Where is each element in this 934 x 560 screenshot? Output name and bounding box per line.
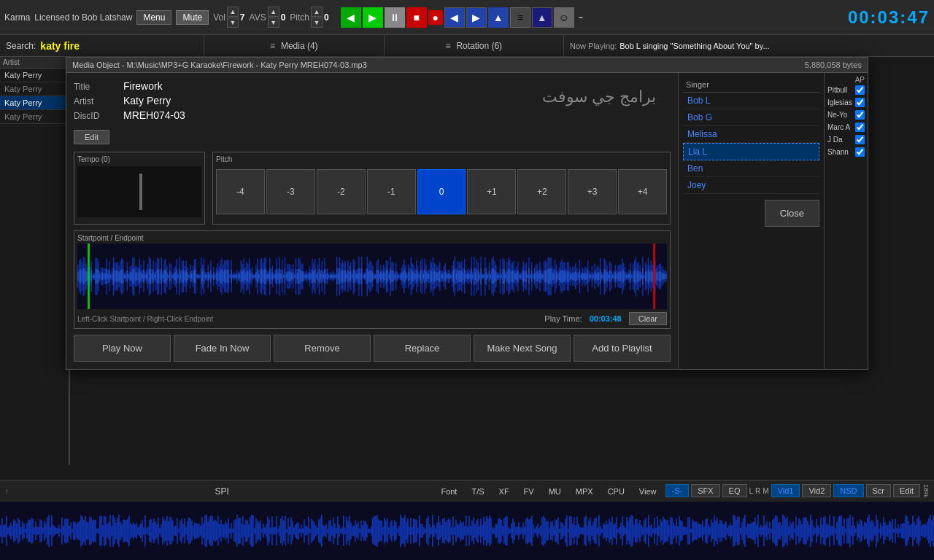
svg-rect-206 — [217, 271, 218, 282]
svg-rect-1026 — [236, 515, 238, 548]
rewind-button[interactable]: ◀ — [341, 7, 361, 28]
tempo-slider[interactable] — [77, 166, 201, 217]
pause-button[interactable]: ⏸ — [385, 7, 405, 28]
track-item-3[interactable]: Katy Perry — [0, 96, 69, 110]
svg-rect-1500 — [928, 518, 930, 544]
play-now-button[interactable]: Play Now — [74, 335, 171, 362]
vid2-button[interactable]: Vid2 — [802, 484, 831, 497]
search-value[interactable]: katy fire — [40, 40, 80, 52]
edit-button[interactable]: Edit — [74, 130, 109, 144]
make-next-song-button[interactable]: Make Next Song — [474, 335, 571, 362]
singer-ben[interactable]: Ben — [683, 160, 819, 177]
cpu-button[interactable]: CPU — [602, 486, 630, 497]
play-button[interactable]: ▶ — [363, 7, 383, 28]
pitch-down[interactable]: ▼ — [311, 18, 323, 28]
replace-button[interactable]: Replace — [374, 335, 471, 362]
track-item-2[interactable]: Katy Perry — [0, 82, 69, 96]
mu-button[interactable]: MU — [543, 486, 567, 497]
pitch-btn-m1[interactable]: -1 — [367, 169, 416, 214]
add-to-playlist-button[interactable]: Add to Playlist — [574, 335, 671, 362]
avs-down[interactable]: ▼ — [268, 18, 279, 28]
svg-rect-1353 — [714, 515, 715, 546]
svg-rect-1292 — [625, 527, 626, 534]
singer-checkbox-shann[interactable] — [855, 147, 865, 157]
svg-rect-532 — [441, 274, 441, 279]
licensed-text: Licensed to Bob Latshaw — [34, 12, 132, 23]
clear-button[interactable]: Clear — [629, 312, 667, 325]
pitch-btn-p1[interactable]: +1 — [467, 169, 516, 214]
pitch-btn-m2[interactable]: -2 — [317, 169, 366, 214]
svg-rect-1063 — [290, 517, 292, 544]
font-button[interactable]: Font — [435, 486, 463, 497]
svg-rect-710 — [563, 271, 563, 282]
track-item-4[interactable]: Katy Perry — [0, 110, 69, 124]
singer-checkbox-marca[interactable] — [855, 122, 865, 132]
pitch-btn-m3[interactable]: -3 — [266, 169, 315, 214]
view-button[interactable]: View — [633, 486, 663, 497]
rotation-hamburger[interactable]: ≡ — [445, 41, 450, 51]
svg-rect-1141 — [404, 515, 406, 547]
avs-up[interactable]: ▲ — [268, 7, 279, 17]
svg-rect-394 — [346, 274, 347, 278]
singer-bob-g[interactable]: Bob G — [683, 109, 819, 126]
fv-button[interactable]: FV — [518, 486, 540, 497]
svg-rect-1152 — [420, 524, 422, 538]
minus-s-button[interactable]: -S- — [665, 484, 690, 497]
waveform-canvas[interactable]: (function(){ var svg = document.getEleme… — [77, 244, 667, 309]
nav-left[interactable]: ◀ — [444, 7, 465, 28]
svg-rect-1327 — [676, 518, 677, 542]
pitch-arrows[interactable]: ▲ ▼ — [311, 7, 323, 28]
pitch-btn-m4[interactable]: -4 — [216, 169, 265, 214]
svg-rect-898 — [50, 526, 51, 534]
pitch-btn-p4[interactable]: +4 — [618, 169, 667, 214]
triangle-btn[interactable]: ▲ — [532, 7, 552, 28]
list-icon[interactable]: ≡ — [510, 7, 530, 28]
stop-button[interactable]: ■ — [406, 7, 427, 28]
singer-bob-l[interactable]: Bob L — [683, 93, 819, 109]
eq-button[interactable]: EQ — [722, 484, 747, 497]
svg-rect-1448 — [852, 517, 854, 545]
fade-in-button[interactable]: Fade In Now — [174, 335, 271, 362]
singer-checkbox-jda[interactable] — [855, 135, 865, 144]
svg-rect-242 — [242, 271, 242, 281]
scr-button[interactable]: Scr — [866, 484, 892, 497]
svg-rect-648 — [520, 275, 521, 278]
vol-arrows[interactable]: ▲ ▼ — [227, 7, 239, 28]
up-button[interactable]: ▲ — [488, 7, 509, 28]
singer-lia-l[interactable]: Lia L — [683, 143, 819, 160]
nsd-button[interactable]: NSD — [833, 484, 863, 497]
svg-rect-1089 — [328, 521, 330, 541]
mute-button[interactable]: Mute — [176, 10, 209, 25]
pitch-btn-p2[interactable]: +2 — [517, 169, 566, 214]
nav-right[interactable]: ▶ — [466, 7, 487, 28]
vol-down[interactable]: ▼ — [227, 18, 239, 28]
pitch-btn-0[interactable]: 0 — [417, 169, 466, 214]
singer-melissa[interactable]: Melissa — [683, 126, 819, 143]
svg-rect-1470 — [884, 522, 886, 540]
menu-button[interactable]: Menu — [136, 10, 171, 25]
xf-button[interactable]: XF — [493, 486, 515, 497]
pitch-btn-p3[interactable]: +3 — [568, 169, 617, 214]
svg-rect-1333 — [684, 526, 686, 534]
svg-rect-290 — [275, 273, 276, 279]
singer-joey[interactable]: Joey — [683, 177, 819, 194]
vid1-button[interactable]: Vid1 — [771, 484, 800, 497]
remove-button[interactable]: Remove — [274, 335, 371, 362]
singer-checkbox-pitbull[interactable] — [855, 85, 865, 95]
edit-button-bottom[interactable]: Edit — [893, 484, 920, 497]
sfx-button[interactable]: SFX — [691, 484, 719, 497]
singer-checkbox-iglesias[interactable] — [855, 98, 865, 107]
record-button[interactable]: ● — [428, 10, 443, 25]
pitch-up[interactable]: ▲ — [311, 7, 323, 17]
svg-rect-320 — [296, 269, 296, 284]
media-menu-icon[interactable]: ≡ — [270, 41, 275, 51]
singer-checkbox-neyo[interactable] — [855, 110, 865, 120]
svg-rect-126 — [163, 274, 163, 279]
mpx-button[interactable]: MPX — [570, 486, 599, 497]
vol-up[interactable]: ▲ — [227, 7, 239, 17]
track-item-1[interactable]: Katy Perry — [0, 69, 69, 82]
ts-button[interactable]: T/S — [466, 486, 490, 497]
avs-arrows[interactable]: ▲ ▼ — [268, 7, 279, 28]
close-button[interactable]: Close — [765, 200, 819, 227]
smile-btn[interactable]: ☺ — [554, 7, 574, 28]
